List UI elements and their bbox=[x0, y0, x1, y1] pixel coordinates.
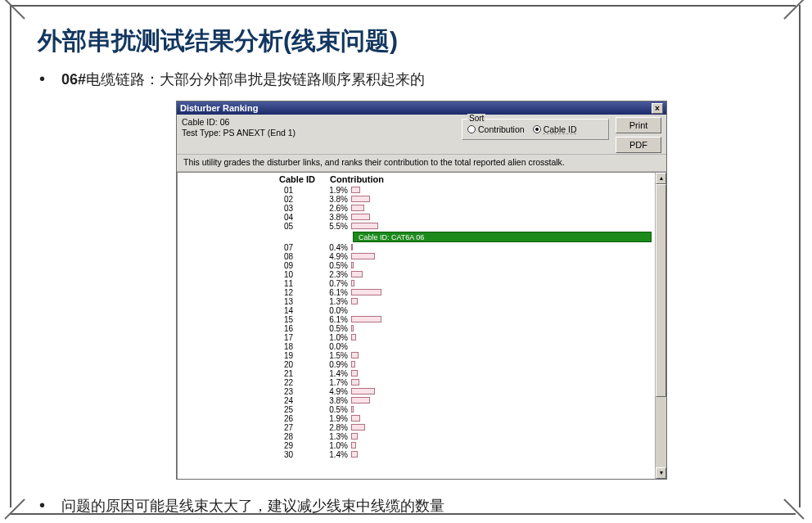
contribution-bar bbox=[351, 370, 358, 376]
bullet-2: 问题的原因可能是线束太大了，建议减少线束中线缆的数量 bbox=[39, 496, 787, 516]
contribution-bar bbox=[351, 214, 370, 220]
cell-contribution: 1.7% bbox=[320, 378, 351, 387]
cell-cable-id: 28 bbox=[178, 432, 320, 441]
cell-contribution: 0.5% bbox=[320, 261, 351, 270]
table-row[interactable]: 291.0% bbox=[178, 441, 655, 450]
table-row[interactable]: 156.1% bbox=[178, 315, 655, 324]
cell-contribution: 1.0% bbox=[320, 441, 351, 450]
cell-cable-id: 24 bbox=[178, 396, 320, 405]
table-row[interactable]: 023.8% bbox=[178, 195, 655, 204]
cell-cable-id: 29 bbox=[178, 441, 320, 450]
bar-cell bbox=[351, 379, 655, 386]
contribution-bar bbox=[351, 316, 381, 322]
bar-cell bbox=[351, 307, 655, 314]
page-title: 外部串扰测试结果分析(线束问题) bbox=[38, 25, 787, 58]
table-row[interactable]: 070.4% bbox=[178, 243, 655, 252]
table-row[interactable]: 131.3% bbox=[178, 297, 655, 306]
table-row[interactable]: 160.5% bbox=[178, 324, 655, 333]
table-row[interactable]: 043.8% bbox=[178, 213, 655, 222]
bar-cell bbox=[351, 361, 655, 368]
contribution-bar bbox=[351, 271, 363, 277]
window-header-row: Cable ID: 06 Test Type: PS ANEXT (End 1)… bbox=[177, 115, 666, 155]
cell-contribution: 2.8% bbox=[320, 423, 351, 432]
table-row[interactable]: 261.9% bbox=[178, 414, 655, 423]
print-button[interactable]: Print bbox=[616, 117, 661, 133]
cell-cable-id: 19 bbox=[178, 351, 320, 360]
table-row[interactable]: 032.6% bbox=[178, 204, 655, 213]
bar-cell bbox=[351, 325, 655, 332]
contribution-bar bbox=[351, 262, 354, 268]
page-border-top bbox=[10, 5, 796, 7]
cell-contribution: 5.5% bbox=[320, 222, 351, 231]
cell-contribution: 0.5% bbox=[320, 405, 351, 414]
sort-groupbox: Sort Contribution Cable ID bbox=[462, 119, 609, 140]
scrollbar[interactable]: ▴ ▾ bbox=[655, 173, 666, 479]
table-row[interactable]: 191.5% bbox=[178, 351, 655, 360]
table-row[interactable]: 272.8% bbox=[178, 423, 655, 432]
table-row[interactable]: 140.0% bbox=[178, 306, 655, 315]
bullet-dot-icon bbox=[39, 70, 45, 88]
table-row[interactable]: 171.0% bbox=[178, 333, 655, 342]
cell-contribution: 1.5% bbox=[320, 351, 351, 360]
cell-contribution: 0.0% bbox=[320, 342, 351, 351]
table-row[interactable]: 110.7% bbox=[178, 279, 655, 288]
bar-cell bbox=[351, 280, 655, 287]
close-icon[interactable]: × bbox=[652, 103, 663, 114]
cell-cable-id: 14 bbox=[178, 306, 320, 315]
corner-stroke-bl bbox=[5, 500, 25, 520]
table-row[interactable]: 301.4% bbox=[178, 450, 655, 459]
table-row[interactable]: 055.5% bbox=[178, 222, 655, 231]
contribution-bar bbox=[351, 253, 375, 259]
disturber-ranking-window: Disturber Ranking × Cable ID: 06 Test Ty… bbox=[176, 101, 667, 480]
radio-cable-id[interactable]: Cable ID bbox=[533, 124, 577, 134]
contribution-bar bbox=[351, 433, 358, 440]
selected-row[interactable]: Cable ID: CAT6A 06 bbox=[353, 232, 652, 242]
cell-cable-id: 09 bbox=[178, 261, 320, 270]
bar-cell bbox=[351, 253, 655, 260]
cell-contribution: 1.9% bbox=[320, 186, 351, 195]
cell-contribution: 3.8% bbox=[320, 396, 351, 405]
col-cable-id: Cable ID bbox=[279, 174, 315, 184]
table-row[interactable]: 011.9% bbox=[178, 186, 655, 195]
table-row[interactable]: 084.9% bbox=[178, 252, 655, 261]
table-row[interactable]: 126.1% bbox=[178, 288, 655, 297]
pdf-button[interactable]: PDF bbox=[616, 137, 661, 153]
table-row[interactable]: 090.5% bbox=[178, 261, 655, 270]
table-row[interactable]: 281.3% bbox=[178, 432, 655, 441]
utility-description: This utility grades the disturber links,… bbox=[177, 155, 666, 172]
table-row[interactable]: 221.7% bbox=[178, 378, 655, 387]
cell-contribution: 0.7% bbox=[320, 279, 351, 288]
cell-contribution: 1.3% bbox=[320, 297, 351, 306]
list-header: Cable ID Contribution bbox=[178, 174, 655, 184]
bar-cell bbox=[351, 397, 655, 404]
contribution-bar bbox=[351, 280, 354, 286]
scroll-up-icon[interactable]: ▴ bbox=[656, 173, 666, 184]
bar-cell bbox=[351, 316, 655, 323]
bar-cell bbox=[351, 442, 655, 449]
contribution-bar bbox=[351, 388, 375, 395]
table-row[interactable]: 243.8% bbox=[178, 396, 655, 405]
cell-contribution: 2.6% bbox=[320, 204, 351, 213]
cell-cable-id: 23 bbox=[178, 387, 320, 396]
cell-contribution: 0.0% bbox=[320, 306, 351, 315]
table-row[interactable]: 102.3% bbox=[178, 270, 655, 279]
cell-cable-id: 25 bbox=[178, 405, 320, 414]
table-row[interactable]: 250.5% bbox=[178, 405, 655, 414]
window-titlebar[interactable]: Disturber Ranking × bbox=[177, 101, 666, 115]
contribution-bar bbox=[351, 352, 359, 358]
table-row[interactable]: 200.9% bbox=[178, 360, 655, 369]
cell-contribution: 3.8% bbox=[320, 213, 351, 222]
bar-cell bbox=[351, 244, 655, 251]
table-row[interactable]: 211.4% bbox=[178, 369, 655, 378]
table-row[interactable]: 234.9% bbox=[178, 387, 655, 396]
scroll-down-icon[interactable]: ▾ bbox=[656, 467, 666, 479]
radio-contribution[interactable]: Contribution bbox=[467, 124, 525, 134]
cell-contribution: 1.4% bbox=[320, 450, 351, 459]
bullet-2-text: 问题的原因可能是线束太大了，建议减少线束中线缆的数量 bbox=[61, 496, 444, 516]
table-row[interactable]: 180.0% bbox=[178, 342, 655, 351]
cell-cable-id: 15 bbox=[178, 315, 320, 324]
cell-cable-id: 13 bbox=[178, 297, 320, 306]
bar-cell bbox=[351, 289, 655, 296]
scroll-thumb[interactable] bbox=[656, 184, 666, 397]
bar-cell bbox=[351, 214, 655, 221]
